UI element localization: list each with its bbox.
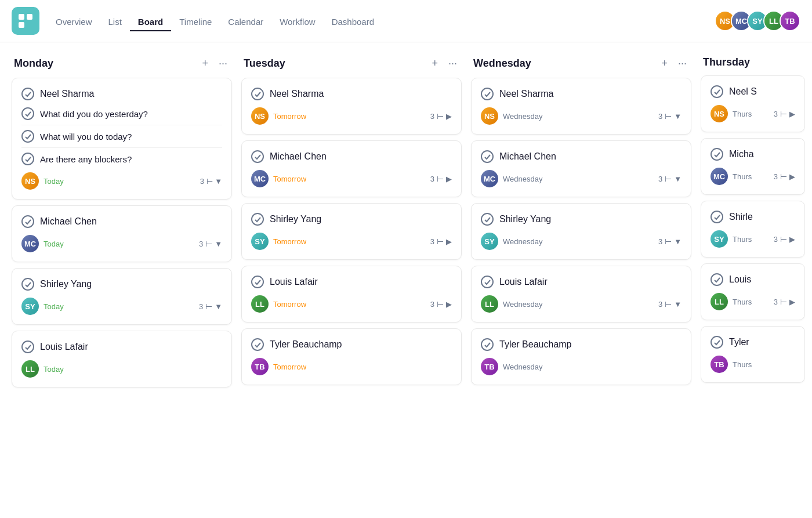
expand-icon-michael-mon[interactable]: ▼ — [215, 240, 222, 248]
sub-check-icon-1[interactable] — [21, 130, 34, 143]
expand-icon-louis-thu[interactable]: ▶ — [789, 298, 795, 306]
check-icon-louis-thu[interactable] — [710, 273, 723, 286]
card-user-shirley-tue: SYTomorrow — [251, 233, 306, 250]
tab-calendar[interactable]: Calendar — [220, 13, 271, 31]
tab-dashboard[interactable]: Dashboard — [324, 13, 382, 31]
check-icon-tyler-wed[interactable] — [481, 338, 494, 351]
expand-icon-shirley-wed[interactable]: ▼ — [674, 237, 682, 246]
subtask-icon-louis-thu: ⊢ — [780, 297, 787, 306]
sub-item-text-0: What did you do yesterday? — [40, 109, 148, 119]
check-icon-tyler-tue[interactable] — [251, 338, 264, 351]
check-icon-tyler-thu[interactable] — [710, 336, 723, 349]
tab-workflow[interactable]: Workflow — [271, 13, 323, 31]
card-shirley-wed[interactable]: Shirley YangSYWednesday3 ⊢▼ — [471, 203, 691, 260]
expand-icon-shirley-tue[interactable]: ▶ — [446, 237, 452, 246]
svg-rect-0 — [19, 14, 24, 20]
check-icon-neel-wed[interactable] — [481, 88, 494, 100]
card-shirley-thu[interactable]: ShirleSYThurs3 ⊢▶ — [701, 201, 805, 258]
card-title-text-michael-wed: Michael Chen — [499, 151, 556, 162]
add-card-button-wednesday[interactable]: + — [659, 56, 670, 71]
sub-check-icon-0[interactable] — [21, 107, 34, 120]
tab-board[interactable]: Board — [130, 13, 171, 31]
add-card-button-monday[interactable]: + — [200, 56, 211, 71]
subtask-count-louis-tue: 3 — [430, 300, 434, 309]
more-options-button-monday[interactable]: ··· — [216, 56, 230, 71]
expand-icon-shirley-thu[interactable]: ▶ — [789, 235, 795, 244]
card-michael-mon[interactable]: Michael ChenMCToday3 ⊢▼ — [12, 205, 232, 262]
subtask-count-neel-tue: 3 — [430, 112, 434, 121]
card-user-shirley-mon: SYToday — [21, 298, 64, 315]
check-icon-shirley-thu[interactable] — [710, 211, 723, 223]
expand-icon-neel-thu[interactable]: ▶ — [789, 110, 795, 118]
tab-list[interactable]: List — [100, 13, 130, 31]
expand-icon-neel-wed[interactable]: ▼ — [674, 112, 682, 121]
card-title-louis-mon: Louis Lafair — [21, 340, 222, 353]
card-neel-wed[interactable]: Neel SharmaNSWednesday3 ⊢▼ — [471, 78, 691, 135]
card-footer-neel-wed: NSWednesday3 ⊢▼ — [481, 107, 682, 125]
card-meta-michael-wed: 3 ⊢▼ — [658, 174, 682, 183]
card-tyler-thu[interactable]: TylerTBThurs — [701, 326, 805, 383]
check-icon-shirley-tue[interactable] — [251, 213, 264, 226]
check-icon-louis-tue[interactable] — [251, 276, 264, 288]
expand-icon-michael-tue[interactable]: ▶ — [446, 175, 452, 183]
add-card-button-tuesday[interactable]: + — [429, 56, 440, 71]
check-icon-louis-wed[interactable] — [481, 276, 494, 288]
card-louis-wed[interactable]: Louis LafairLLWednesday3 ⊢▼ — [471, 266, 691, 323]
sub-item-1: What will you do today? — [21, 125, 222, 147]
card-user-neel-tue: NSTomorrow — [251, 107, 306, 125]
check-icon-neel-thu[interactable] — [710, 85, 723, 98]
card-tyler-wed[interactable]: Tyler BeauchampTBWednesday — [471, 328, 691, 385]
user-avatar-michael-thu: MC — [710, 168, 728, 185]
card-tyler-tue[interactable]: Tyler BeauchampTBTomorrow — [241, 328, 462, 385]
card-neel-thu[interactable]: Neel SNSThurs3 ⊢▶ — [701, 75, 805, 132]
column-header-monday: Monday+··· — [12, 56, 232, 71]
card-neel-tue[interactable]: Neel SharmaNSTomorrow3 ⊢▶ — [241, 78, 462, 135]
avatar-5: TB — [780, 10, 800, 31]
svg-rect-2 — [19, 22, 24, 28]
card-michael-thu[interactable]: MichaMCThurs3 ⊢▶ — [701, 138, 805, 195]
card-title-text-shirley-thu: Shirle — [729, 212, 753, 222]
card-title-neel-wed: Neel Sharma — [481, 88, 682, 100]
more-options-button-wednesday[interactable]: ··· — [676, 56, 689, 71]
subtask-icon-neel-tue: ⊢ — [437, 111, 444, 121]
card-date-neel-thu: Thurs — [733, 110, 752, 118]
card-date-shirley-tue: Tomorrow — [273, 237, 306, 246]
column-monday: Monday+···Neel SharmaWhat did you do yes… — [12, 56, 232, 393]
subtask-count-michael-thu: 3 — [774, 172, 778, 181]
card-louis-thu[interactable]: LouisLLThurs3 ⊢▶ — [701, 263, 805, 320]
card-meta-michael-mon: 3 ⊢▼ — [199, 239, 222, 248]
card-louis-tue[interactable]: Louis LafairLLTomorrow3 ⊢▶ — [241, 266, 462, 323]
card-title-text-neel-thu: Neel S — [729, 86, 757, 97]
tab-timeline[interactable]: Timeline — [171, 13, 220, 31]
card-shirley-mon[interactable]: Shirley YangSYToday3 ⊢▼ — [12, 268, 232, 325]
check-icon-shirley-mon[interactable] — [21, 278, 34, 291]
card-title-michael-tue: Michael Chen — [251, 150, 452, 163]
check-icon-shirley-wed[interactable] — [481, 213, 494, 226]
card-title-text-neel-mon: Neel Sharma — [40, 89, 94, 99]
card-michael-tue[interactable]: Michael ChenMCTomorrow3 ⊢▶ — [241, 140, 462, 197]
check-icon-michael-wed[interactable] — [481, 150, 494, 163]
expand-icon-michael-wed[interactable]: ▼ — [674, 175, 682, 183]
card-footer-tyler-tue: TBTomorrow — [251, 358, 452, 375]
sub-check-icon-2[interactable] — [21, 153, 34, 165]
expand-icon-neel-tue[interactable]: ▶ — [446, 112, 452, 121]
more-options-button-tuesday[interactable]: ··· — [446, 56, 459, 71]
card-michael-wed[interactable]: Michael ChenMCWednesday3 ⊢▼ — [471, 140, 691, 197]
check-icon-michael-thu[interactable] — [710, 148, 723, 161]
check-icon-michael-mon[interactable] — [21, 215, 34, 228]
card-neel-mon[interactable]: Neel SharmaWhat did you do yesterday?Wha… — [12, 78, 232, 200]
card-shirley-tue[interactable]: Shirley YangSYTomorrow3 ⊢▶ — [241, 203, 462, 260]
expand-icon-shirley-mon[interactable]: ▼ — [215, 302, 222, 311]
subtask-count-louis-wed: 3 — [658, 300, 662, 309]
check-icon-louis-mon[interactable] — [21, 340, 34, 353]
expand-icon-louis-wed[interactable]: ▼ — [674, 300, 682, 309]
check-icon-neel-mon[interactable] — [21, 88, 34, 100]
card-user-shirley-wed: SYWednesday — [481, 233, 542, 250]
column-actions-wednesday: +··· — [659, 56, 689, 71]
tab-overview[interactable]: Overview — [48, 13, 100, 31]
expand-icon-louis-tue[interactable]: ▶ — [446, 300, 452, 309]
check-icon-neel-tue[interactable] — [251, 88, 264, 100]
expand-icon-michael-thu[interactable]: ▶ — [789, 172, 795, 181]
card-louis-mon[interactable]: Louis LafairLLToday — [12, 331, 232, 387]
check-icon-michael-tue[interactable] — [251, 150, 264, 163]
